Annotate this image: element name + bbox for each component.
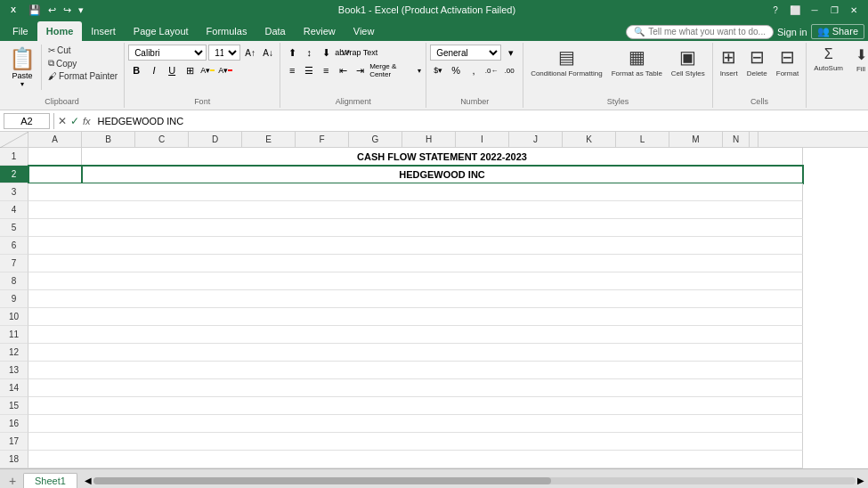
cut-button[interactable]: ✂ Cut [45, 45, 120, 56]
increase-font-button[interactable]: A↑ [242, 45, 258, 61]
ribbon-display-icon[interactable]: ⬜ [788, 3, 802, 17]
decrease-decimal-button[interactable]: .0← [483, 62, 499, 78]
save-quick-icon[interactable]: 💾 [27, 4, 43, 16]
underline-button[interactable]: U [164, 62, 180, 78]
help-icon[interactable]: ? [768, 3, 783, 17]
decrease-indent-button[interactable]: ⇤ [335, 62, 351, 78]
col-header-e[interactable]: E [242, 132, 296, 147]
comma-button[interactable]: , [466, 62, 482, 78]
col-header-k[interactable]: K [563, 132, 616, 147]
tab-insert[interactable]: Insert [82, 21, 125, 41]
insert-button[interactable]: ⊞ Insert [717, 45, 742, 79]
row-num-6[interactable]: 6 [0, 237, 28, 255]
align-middle-button[interactable]: ↕ [301, 45, 317, 61]
share-button[interactable]: 👥 Share [811, 24, 864, 39]
cell-row14[interactable] [28, 379, 803, 397]
search-box[interactable]: 🔍 Tell me what you want to do... [626, 25, 774, 39]
cancel-formula-icon[interactable]: ✕ [58, 115, 67, 127]
font-name-select[interactable]: Calibri [128, 45, 207, 61]
delete-button[interactable]: ⊟ Delete [743, 45, 771, 79]
redo-icon[interactable]: ↪ [61, 4, 73, 16]
row-num-13[interactable]: 13 [0, 362, 28, 379]
cell-row9[interactable] [28, 290, 803, 308]
format-painter-button[interactable]: 🖌 Format Painter [45, 70, 120, 82]
add-sheet-button[interactable]: + [4, 472, 21, 489]
scroll-right-icon[interactable]: ▶ [857, 476, 864, 485]
row-num-7[interactable]: 7 [0, 255, 28, 272]
col-header-m[interactable]: M [669, 132, 723, 147]
cell-row11[interactable] [28, 326, 803, 344]
restore-icon[interactable]: ❐ [827, 3, 841, 17]
align-center-button[interactable]: ☰ [301, 62, 317, 78]
cell-row8[interactable] [28, 272, 803, 290]
cell-row13[interactable] [28, 362, 803, 379]
cell-row6[interactable] [28, 237, 803, 255]
cell-row18[interactable] [28, 451, 803, 468]
cell-row17[interactable] [28, 433, 803, 451]
align-bottom-button[interactable]: ⬇ [318, 45, 334, 61]
col-header-j[interactable]: J [509, 132, 563, 147]
increase-indent-button[interactable]: ⇥ [352, 62, 368, 78]
cell-row7[interactable] [28, 255, 803, 272]
row-num-18[interactable]: 18 [0, 451, 28, 468]
row-num-4[interactable]: 4 [0, 201, 28, 219]
minimize-icon[interactable]: ─ [807, 3, 822, 17]
cell-row10[interactable] [28, 308, 803, 326]
row-num-9[interactable]: 9 [0, 290, 28, 308]
fill-button[interactable]: ⬇ Fill [848, 45, 868, 75]
col-header-h[interactable]: H [402, 132, 456, 147]
row-num-2[interactable]: 2 [0, 166, 28, 183]
confirm-formula-icon[interactable]: ✓ [70, 115, 79, 127]
tab-data[interactable]: Data [256, 21, 294, 41]
col-header-a[interactable]: A [28, 132, 82, 147]
align-left-button[interactable]: ≡ [284, 62, 300, 78]
wrap-text-button[interactable]: Wrap Text [352, 45, 368, 61]
row-num-16[interactable]: 16 [0, 415, 28, 433]
border-button[interactable]: ⊞ [182, 62, 198, 78]
percent-button[interactable]: % [448, 62, 464, 78]
scrollbar-thumb[interactable] [93, 477, 551, 484]
tab-review[interactable]: Review [295, 21, 345, 41]
row-num-10[interactable]: 10 [0, 308, 28, 326]
undo-icon[interactable]: ↩ [46, 4, 58, 16]
cell-row12[interactable] [28, 344, 803, 362]
col-header-d[interactable]: D [189, 132, 242, 147]
horizontal-scrollbar[interactable] [93, 477, 856, 484]
tab-page-layout[interactable]: Page Layout [125, 21, 198, 41]
cell-row4[interactable] [28, 201, 803, 219]
cell-row3[interactable] [28, 183, 803, 201]
formula-input[interactable] [94, 113, 864, 129]
row-num-15[interactable]: 15 [0, 397, 28, 415]
tab-formulas[interactable]: Formulas [198, 21, 256, 41]
merge-center-button[interactable]: Merge & Center▾ [369, 62, 422, 78]
increase-decimal-button[interactable]: .00 [501, 62, 517, 78]
number-format-dropdown[interactable]: ▾ [503, 45, 519, 61]
cell-row5[interactable] [28, 219, 803, 237]
customize-quick-icon[interactable]: ▾ [77, 4, 85, 16]
tab-view[interactable]: View [345, 21, 384, 41]
tab-file[interactable]: File [4, 21, 37, 41]
row-num-1[interactable]: 1 [0, 148, 28, 166]
insert-function-icon[interactable]: fx [83, 116, 91, 126]
close-icon[interactable]: ✕ [847, 3, 861, 17]
col-header-more[interactable] [750, 132, 758, 147]
fill-color-button[interactable]: A▾ [199, 62, 215, 78]
number-format-select[interactable]: General [430, 45, 501, 61]
font-size-select[interactable]: 11 [208, 45, 240, 61]
row-num-5[interactable]: 5 [0, 219, 28, 237]
cell-reference-input[interactable]: A2 [4, 113, 50, 129]
col-header-c[interactable]: C [135, 132, 189, 147]
cell-a2[interactable] [28, 166, 82, 183]
format-as-table-button[interactable]: ▦ Format as Table [608, 45, 666, 79]
accounting-format-button[interactable]: $▾ [430, 62, 446, 78]
conditional-formatting-button[interactable]: ▤ Conditional Formatting [527, 45, 605, 79]
cell-row16[interactable] [28, 415, 803, 433]
sheet-tab-sheet1[interactable]: Sheet1 [23, 473, 77, 489]
paste-button[interactable]: 📋 Paste ▾ [4, 45, 42, 90]
col-header-n[interactable]: N [723, 132, 750, 147]
decrease-font-button[interactable]: A↓ [260, 45, 276, 61]
scroll-left-icon[interactable]: ◀ [85, 476, 92, 485]
align-top-button[interactable]: ⬆ [284, 45, 300, 61]
cell-styles-button[interactable]: ▣ Cell Styles [668, 45, 709, 79]
row-num-12[interactable]: 12 [0, 344, 28, 362]
